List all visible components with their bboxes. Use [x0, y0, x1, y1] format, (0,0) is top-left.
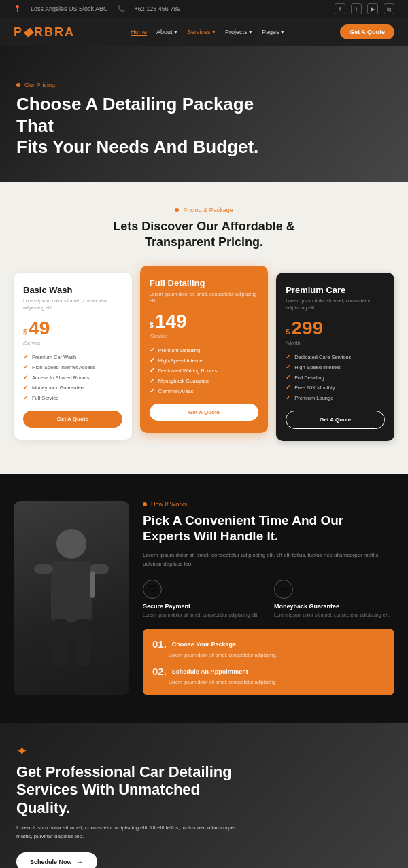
- mechanic-image: [14, 501, 129, 695]
- how-step-2-desc: Lorem ipsum dolor sit amet, consectetur …: [152, 679, 385, 686]
- svg-rect-1: [51, 561, 92, 622]
- basic-feature-4: Moneyback Guarantee: [23, 384, 122, 391]
- featured-feature-1: Premium Detailing: [150, 347, 258, 353]
- phone-icon: 📞: [118, 5, 125, 12]
- hero-tag-dot: [16, 83, 20, 87]
- secure-payment-feature: 🛡 Secure Payment Lorem ipsum dolor sit a…: [143, 580, 263, 619]
- pricing-tag: Pricing & Package: [14, 207, 394, 213]
- how-step-1: 01. Choose Your Package Lorem ipsum dolo…: [152, 638, 385, 659]
- nav-pages[interactable]: Pages ▾: [262, 29, 284, 35]
- hero-title-line1: Choose A Detailing Package That: [16, 94, 254, 135]
- featured-quote-button[interactable]: Get A Quote: [150, 404, 258, 421]
- hero-content: Our Pricing Choose A Detailing Package T…: [16, 82, 288, 158]
- twitter-icon[interactable]: t: [351, 3, 362, 14]
- basic-card-desc: Lorem ipsum dolor sit amet, consectetur …: [23, 298, 122, 311]
- how-step-1-title: Choose Your Package: [172, 641, 236, 648]
- secure-payment-desc: Lorem ipsum dolor sit amet, consectetur …: [143, 612, 263, 619]
- logo[interactable]: P◆RBRA: [14, 24, 75, 39]
- how-image: [14, 501, 129, 695]
- logo-separator: ◆: [23, 25, 34, 39]
- pricing-tag-text: Pricing & Package: [183, 207, 233, 213]
- schedule-button[interactable]: Schedule Now →: [16, 852, 97, 868]
- nav-about[interactable]: About ▾: [156, 29, 177, 35]
- premium-card-title: Premium Care: [286, 285, 385, 295]
- basic-feature-5: Full Service: [23, 394, 122, 401]
- schedule-button-label: Schedule Now: [30, 858, 72, 865]
- top-bar: 📍 Loss Angeles US Block ABC 📞 +62 123 45…: [0, 0, 408, 18]
- basic-price-label: /Service: [23, 341, 122, 345]
- premium-feature-2: High-Speed Internet: [286, 364, 385, 370]
- secure-payment-title: Secure Payment: [143, 603, 263, 610]
- basic-quote-button[interactable]: Get A Quote: [23, 411, 122, 428]
- premium-features: Dedicated Care Services High-Speed Inter…: [286, 353, 385, 401]
- basic-card-title: Basic Wash: [23, 285, 122, 295]
- schedule-button-arrow: →: [76, 858, 84, 866]
- navbar: P◆RBRA Home About ▾ Services ▾ Projects …: [0, 18, 408, 46]
- premium-feature-1: Dedicated Care Services: [286, 353, 385, 360]
- featured-features: Premium Detailing High-Speed Internet De…: [150, 347, 258, 394]
- basic-price: $ 49: [23, 319, 122, 338]
- pricing-cards: Basic Wash Lorem ipsum dolor sit amet, c…: [14, 273, 394, 442]
- moneyback-icon: ↩: [274, 580, 293, 599]
- location-icon: 📍: [14, 5, 21, 12]
- featured-feature-2: High-Speed Internet: [150, 357, 258, 364]
- featured-feature-4: Moneyback Guarantee: [150, 377, 258, 384]
- how-tag: How It Works: [143, 501, 394, 508]
- how-step-2-title: Schedule An Appointment: [172, 668, 248, 675]
- youtube-icon[interactable]: ▶: [367, 3, 378, 14]
- nav-cta-button[interactable]: Get A Quote: [340, 24, 394, 39]
- nav-home[interactable]: Home: [131, 29, 147, 36]
- logo-text: RBRA: [34, 25, 75, 39]
- basic-feature-1: Premium Car Wash: [23, 353, 122, 360]
- featured-price: $ 149: [150, 312, 258, 331]
- how-step-1-desc: Lorem ipsum dolor sit amet, consectetur …: [152, 652, 385, 659]
- cta-star-icon: ✦: [16, 743, 28, 759]
- how-tag-dot: [143, 502, 147, 506]
- featured-feature-5: Common Areas: [150, 387, 258, 394]
- top-bar-social: f t ▶ ig: [335, 3, 394, 14]
- pricing-section: Pricing & Package Lets Discover Our Affo…: [0, 182, 408, 474]
- moneyback-desc: Lorem ipsum dolor sit amet, consectetur …: [274, 612, 394, 619]
- basic-card: Basic Wash Lorem ipsum dolor sit amet, c…: [14, 273, 132, 440]
- featured-price-label: /Service: [150, 334, 258, 338]
- top-bar-left: 📍 Loss Angeles US Block ABC 📞 +62 123 45…: [14, 5, 180, 12]
- cta-section: ✦ Get Professional Car Detailing Service…: [0, 723, 408, 868]
- how-step-2-header: 02. Schedule An Appointment: [152, 665, 385, 677]
- premium-card-desc: Lorem ipsum dolor sit amet, consectetur …: [286, 298, 385, 311]
- moneyback-feature: ↩ Moneyback Guarantee Lorem ipsum dolor …: [274, 580, 394, 619]
- nav-projects[interactable]: Projects ▾: [225, 29, 252, 35]
- featured-card: Full Detailing Lorem ipsum dolor sit ame…: [140, 266, 268, 434]
- cta-desc: Lorem ipsum dolor sit amet, consectetur …: [16, 824, 248, 841]
- moneyback-title: Moneyback Guarantee: [274, 603, 394, 610]
- svg-rect-4: [52, 619, 67, 666]
- premium-price-label: /Month: [286, 341, 385, 345]
- mechanic-silhouette: [31, 517, 112, 680]
- svg-point-0: [56, 529, 86, 559]
- basic-feature-3: Access to Shared Rooms: [23, 374, 122, 381]
- hero-section: Our Pricing Choose A Detailing Package T…: [0, 46, 408, 182]
- how-features: 🛡 Secure Payment Lorem ipsum dolor sit a…: [143, 580, 394, 619]
- featured-card-title: Full Detailing: [150, 278, 258, 288]
- how-step-2: 02. Schedule An Appointment Lorem ipsum …: [152, 665, 385, 686]
- address-text: Loss Angeles US Block ABC: [31, 5, 108, 12]
- instagram-icon[interactable]: ig: [384, 3, 394, 14]
- nav-services[interactable]: Services ▾: [187, 29, 216, 35]
- nav-links: Home About ▾ Services ▾ Projects ▾ Pages…: [131, 29, 284, 36]
- pricing-tag-dot: [175, 208, 179, 212]
- premium-feature-5: Premium Lounge: [286, 394, 385, 401]
- premium-quote-button[interactable]: Get A Quote: [286, 411, 385, 429]
- cta-content: Get Professional Car Detailing Services …: [16, 763, 392, 868]
- svg-rect-6: [90, 571, 95, 598]
- how-section: How It Works Pick A Convenient Time And …: [0, 474, 408, 723]
- how-steps: 01. Choose Your Package Lorem ipsum dolo…: [143, 629, 394, 695]
- facebook-icon[interactable]: f: [335, 3, 345, 14]
- premium-card: Premium Care Lorem ipsum dolor sit amet,…: [276, 273, 394, 442]
- basic-feature-2: High-Speed Internet Access: [23, 364, 122, 370]
- premium-price: $ 299: [286, 319, 385, 338]
- logo-accent: P: [14, 25, 23, 39]
- basic-features: Premium Car Wash High-Speed Internet Acc…: [23, 353, 122, 401]
- premium-feature-3: Full Detailing: [286, 374, 385, 381]
- hero-tag: Our Pricing: [16, 82, 288, 88]
- hero-title-line2: Fits Your Needs And Budget.: [16, 137, 258, 157]
- how-step-1-header: 01. Choose Your Package: [152, 638, 385, 650]
